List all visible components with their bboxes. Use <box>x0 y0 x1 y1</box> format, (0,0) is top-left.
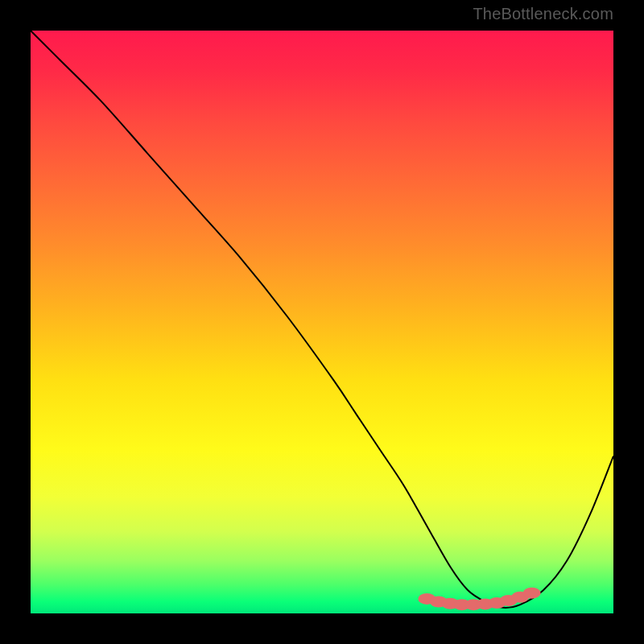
curve-layer <box>31 31 613 613</box>
attribution-label: TheBottleneck.com <box>473 5 613 23</box>
curve-marker <box>523 588 541 599</box>
chart-frame: TheBottleneck.com <box>0 0 644 644</box>
plot-area <box>31 31 613 613</box>
bottleneck-curve <box>31 31 613 608</box>
